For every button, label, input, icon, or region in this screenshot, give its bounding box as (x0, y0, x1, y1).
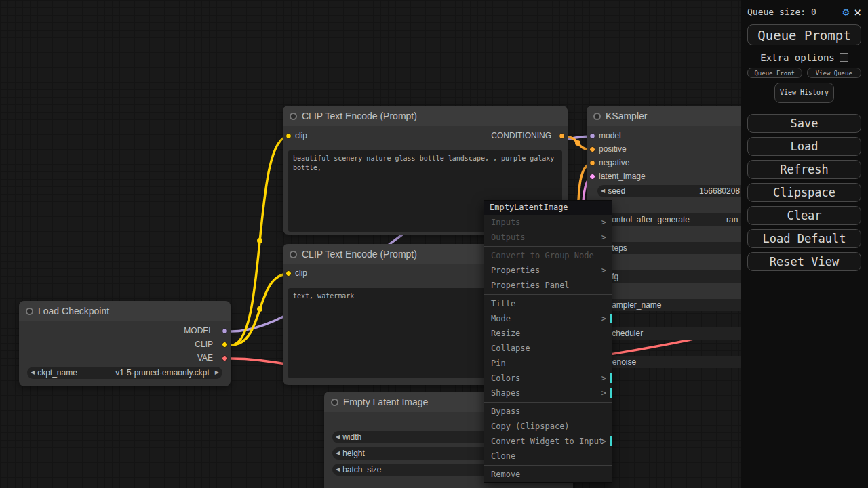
ckpt-name-widget-label: ckpt_name (37, 368, 77, 378)
queue-front-button[interactable]: Queue Front (747, 68, 802, 78)
output-label-conditioning: CONDITIONING (491, 131, 551, 140)
context-menu: EmptyLatentImage Inputs>Outputs>Convert … (484, 200, 612, 483)
node-title: CLIP Text Encode (Prompt) (302, 244, 417, 264)
output-slot-vae[interactable] (222, 355, 228, 361)
menu-item-collapse[interactable]: Collapse (484, 341, 612, 356)
menu-separator (484, 465, 612, 466)
output-label-vae: VAE (197, 353, 213, 363)
input-label-latent-image: latent_image (599, 171, 646, 181)
node-title: KSampler (606, 106, 647, 126)
node-title: Load Checkpoint (38, 301, 109, 321)
collapse-dot-icon[interactable] (593, 113, 601, 120)
arrow-left-icon[interactable]: ◀ (31, 367, 35, 379)
menu-item-properties[interactable]: Properties> (484, 263, 612, 278)
input-label-negative: negative (599, 158, 629, 167)
submenu-arrow-icon: > (601, 230, 606, 245)
menu-item-shapes[interactable]: Shapes> (484, 386, 612, 401)
link-dot (257, 238, 262, 243)
view-history-button[interactable]: View History (774, 83, 834, 103)
graph-canvas[interactable]: CLIP Text Encode (Prompt) clip CONDITION… (0, 0, 868, 488)
menu-item-colors[interactable]: Colors> (484, 371, 612, 386)
ckpt-name-widget[interactable]: ◀ckpt_namev1-5-pruned-emaonly.ckpt▶ (27, 367, 222, 379)
submenu-arrow-icon: > (601, 311, 606, 326)
menu-item-properties-panel[interactable]: Properties Panel (484, 278, 612, 293)
menu-item-convert-to-group-node[interactable]: Convert to Group Node (484, 248, 612, 263)
refresh-button[interactable]: Refresh (747, 160, 861, 179)
input-slot-clip[interactable] (285, 133, 292, 139)
arrow-left-icon[interactable]: ◀ (336, 447, 340, 460)
menu-item-bypass[interactable]: Bypass (484, 404, 612, 419)
submenu-accent (610, 314, 612, 323)
node-load-checkpoint[interactable]: Load Checkpoint MODELCLIPVAE◀ckpt_namev1… (19, 301, 231, 386)
save-button[interactable]: Save (747, 114, 861, 133)
view-queue-button[interactable]: View Queue (807, 68, 862, 78)
submenu-accent (610, 373, 612, 383)
ckpt-name-widget-value: v1-5-pruned-emaonly.ckpt (115, 368, 210, 378)
node-title-bar[interactable]: Load Checkpoint (19, 301, 231, 321)
input-label-positive: positive (599, 144, 627, 154)
collapse-dot-icon[interactable] (331, 399, 338, 406)
submenu-arrow-icon: > (601, 215, 606, 230)
node-title-bar[interactable]: CLIP Text Encode (Prompt) (283, 106, 568, 126)
seed-widget-value: 1566802087 (699, 186, 745, 196)
settings-gear-icon[interactable]: ⚙ (843, 5, 850, 18)
node-title: CLIP Text Encode (Prompt) (302, 106, 417, 126)
load-button[interactable]: Load (747, 137, 861, 156)
collapse-dot-icon[interactable] (26, 308, 33, 315)
collapse-dot-icon[interactable] (290, 251, 297, 258)
link-dot (257, 306, 262, 312)
input-slot-clip[interactable] (285, 270, 292, 277)
clipspace-button[interactable]: Clipspace (747, 183, 861, 202)
arrow-right-icon[interactable]: ▶ (215, 367, 219, 379)
submenu-accent (610, 388, 612, 398)
input-slot-model[interactable] (589, 133, 595, 139)
collapse-dot-icon[interactable] (290, 113, 297, 120)
submenu-arrow-icon: > (601, 263, 606, 278)
context-menu-title: EmptyLatentImage (484, 201, 612, 215)
arrow-left-icon[interactable]: ◀ (336, 431, 340, 443)
menu-item-convert-widget-to-input[interactable]: Convert Widget to Input> (484, 434, 612, 449)
batch-size-widget-label: batch_size (342, 465, 381, 474)
menu-item-pin[interactable]: Pin (484, 356, 612, 371)
submenu-arrow-icon: > (601, 386, 606, 401)
input-label-model: model (599, 131, 621, 140)
output-label-model: MODEL (184, 326, 213, 336)
menu-item-outputs[interactable]: Outputs> (484, 230, 612, 245)
output-slot-clip[interactable] (222, 342, 228, 348)
load-default-button[interactable]: Load Default (747, 229, 861, 248)
sidebar-menu: Queue size: 0 ⚙ × Queue Prompt Extra opt… (741, 0, 868, 488)
menu-item-clone[interactable]: Clone (484, 449, 612, 464)
menu-separator (484, 294, 612, 295)
reset-view-button[interactable]: Reset View (747, 252, 861, 271)
menu-item-resize[interactable]: Resize (484, 326, 612, 341)
control-after-generate-widget-value: ran (726, 215, 738, 224)
output-slot-conditioning[interactable] (559, 133, 565, 139)
menu-item-copy-clipspace[interactable]: Copy (Clipspace) (484, 419, 612, 434)
menu-item-remove[interactable]: Remove (484, 467, 612, 482)
queue-prompt-button[interactable]: Queue Prompt (747, 24, 861, 45)
clear-button[interactable]: Clear (747, 206, 861, 225)
extra-options-label: Extra options (760, 52, 835, 63)
link-dot (575, 140, 580, 146)
arrow-left-icon[interactable]: ◀ (336, 464, 340, 476)
menu-item-title[interactable]: Title (484, 296, 612, 311)
arrow-left-icon[interactable]: ◀ (601, 185, 605, 197)
submenu-arrow-icon: > (601, 434, 606, 449)
menu-item-inputs[interactable]: Inputs> (484, 215, 612, 230)
scheduler-widget-label: scheduler (608, 329, 643, 338)
height-widget-label: height (342, 449, 365, 458)
sidebar-actions: SaveLoadRefreshClipspaceClearLoad Defaul… (747, 114, 861, 271)
input-slot-latent-image[interactable] (589, 174, 595, 180)
input-label-clip: clip (295, 268, 307, 278)
input-slot-negative[interactable] (589, 160, 595, 166)
sampler-name-widget-label: sampler_name (608, 300, 661, 310)
menu-item-mode[interactable]: Mode> (484, 311, 612, 326)
input-slot-positive[interactable] (589, 146, 595, 152)
control-after-generate-widget-label: control_after_generate (608, 215, 690, 224)
close-icon[interactable]: × (854, 7, 861, 18)
menu-separator (484, 402, 612, 403)
node-title: Empty Latent Image (343, 392, 428, 412)
output-slot-model[interactable] (222, 328, 228, 334)
input-label-clip: clip (295, 131, 307, 140)
extra-options-checkbox[interactable] (840, 53, 848, 62)
